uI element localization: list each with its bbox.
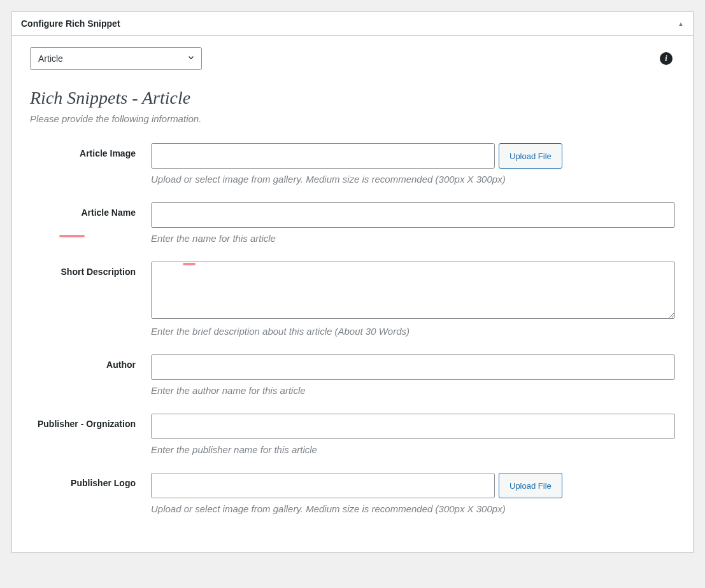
panel-body: Article i Rich Snippets - Article Please… [12, 36, 693, 552]
publisher-org-input[interactable] [151, 414, 675, 439]
row-publisher-org: Publisher - Orgnization Enter the publis… [30, 414, 675, 455]
label-author: Author [30, 354, 151, 370]
label-article-name: Article Name [30, 202, 151, 218]
help-author: Enter the author name for this article [151, 385, 675, 396]
short-description-textarea[interactable] [151, 262, 675, 319]
upload-publisher-logo-button[interactable]: Upload File [499, 473, 562, 498]
row-author: Author Enter the author name for this ar… [30, 354, 675, 396]
info-icon[interactable]: i [660, 52, 673, 65]
help-short-description: Enter the brief description about this a… [151, 326, 675, 337]
snippet-type-select-wrap: Article [30, 47, 202, 70]
snippet-type-select[interactable]: Article [30, 47, 202, 70]
row-publisher-logo: Publisher Logo Upload File Upload or sel… [30, 473, 675, 514]
help-article-name: Enter the name for this article [151, 233, 675, 244]
label-article-image: Article Image [30, 143, 151, 158]
collapse-caret-icon: ▲ [678, 20, 684, 27]
rich-snippet-panel: Configure Rich Snippet ▲ Article i Rich … [11, 11, 694, 553]
highlight-mark [59, 235, 85, 237]
author-input[interactable] [151, 354, 675, 380]
highlight-mark [183, 263, 196, 265]
help-publisher-org: Enter the publisher name for this articl… [151, 444, 675, 455]
row-article-image: Article Image Upload File Upload or sele… [30, 143, 675, 185]
upload-article-image-button[interactable]: Upload File [499, 143, 562, 169]
panel-header[interactable]: Configure Rich Snippet ▲ [12, 12, 693, 36]
label-publisher-logo: Publisher Logo [30, 473, 151, 488]
row-article-name: Article Name Enter the name for this art… [30, 202, 675, 244]
label-short-description: Short Description [30, 262, 151, 277]
help-article-image: Upload or select image from gallery. Med… [151, 174, 675, 185]
help-publisher-logo: Upload or select image from gallery. Med… [151, 503, 675, 514]
panel-title: Configure Rich Snippet [21, 18, 120, 29]
row-short-description: Short Description Enter the brief descri… [30, 262, 675, 337]
article-name-input[interactable] [151, 202, 675, 228]
section-heading: Rich Snippets - Article [30, 88, 675, 108]
section-subtitle: Please provide the following information… [30, 113, 675, 124]
top-controls: Article i [30, 47, 675, 70]
label-publisher-org: Publisher - Orgnization [30, 414, 151, 429]
publisher-logo-input[interactable] [151, 473, 495, 498]
article-image-input[interactable] [151, 143, 495, 169]
